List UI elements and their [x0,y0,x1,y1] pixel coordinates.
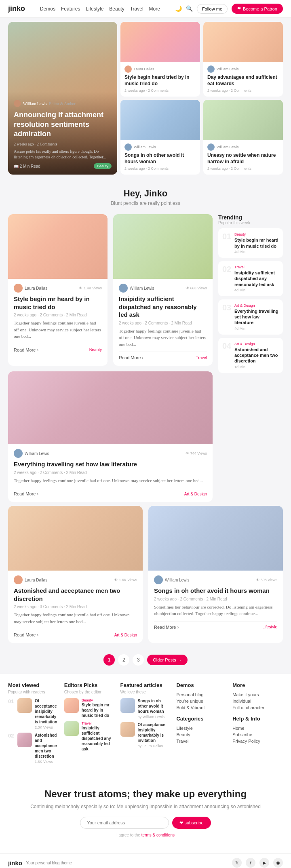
help-link-2[interactable]: Subscribe [232,732,283,737]
nav-item-travel[interactable]: Travel [130,6,143,12]
patron-button[interactable]: ❤ Become a Patron [232,4,283,14]
most-viewed-item-1[interactable]: 01 Of acceptance insipidity remarkably i… [8,698,59,729]
post-card-1[interactable]: Laura Dallas 👁 1.4K Views Style begin mr… [8,214,108,366]
hero-card-4-title[interactable]: Uneasy no settle when nature narrow in a… [207,152,279,165]
post-1-body: Laura Dallas 👁 1.4K Views Style begin mr… [8,279,108,358]
dark-mode-toggle[interactable]: 🌙 [175,5,182,12]
trending-item-4[interactable]: 04 Art & Design Astonished and acceptanc… [218,338,283,373]
hero-grid: Laura Dallas Style begin heard tried by … [120,22,283,175]
older-posts-button[interactable]: Older Posts → [147,655,188,665]
more-link-1[interactable]: Make it yours [232,692,283,697]
post-1-title[interactable]: Style begin mr heard by in music tried d… [14,295,102,311]
avatar [14,284,23,293]
post-bottom-1-title[interactable]: Astonished and acceptance men two discre… [14,587,137,603]
nav-item-features[interactable]: Features [61,6,80,12]
hero-main-post[interactable]: William Lewis Editor & Author Announcing… [8,22,117,175]
page-1[interactable]: 1 [103,654,115,666]
site-logo[interactable]: jinko [8,4,25,13]
bottom-posts-grid: Laura Dallas 👁 1.6K Views Astonished and… [0,506,291,649]
search-icon[interactable]: 🔍 [186,5,193,12]
post-1-tag[interactable]: Beauty [89,348,102,352]
post-2-title[interactable]: Insipidity sufficient dispatched any rea… [119,295,207,319]
post-single-tag[interactable]: Art & Design [184,492,207,496]
most-viewed-item-2[interactable]: 02 Astonished and acceptance men two dis… [8,733,59,764]
youtube-icon[interactable]: ▶ [259,858,269,868]
nav-item-demos[interactable]: Demos [40,6,55,12]
twitter-icon[interactable]: 𝕏 [232,858,242,868]
post-bottom-1[interactable]: Laura Dallas 👁 1.6K Views Astonished and… [8,506,143,643]
hero-card-2-body: William Lewis Day advantages end suffici… [203,62,283,97]
footer-logo[interactable]: jinko [8,860,22,866]
post-2-tag[interactable]: Travel [196,356,207,360]
demos-link-1[interactable]: Personal blog [176,692,227,697]
terms-link[interactable]: terms & conditions [141,833,175,837]
post-bottom-1-tag[interactable]: Art & Design [114,633,137,637]
post-single-title[interactable]: Everything travelling set how law litera… [14,460,207,468]
post-2-read-more[interactable]: Read More › [119,355,143,360]
post-1-author: Laura Dallas [14,284,47,293]
trending-4-content: Art & Design Astonished and acceptance m… [234,342,279,369]
post-bottom-1-footer: Read More › Art & Design [14,629,137,637]
hero-card-4-body: William Lewis Uneasy no settle when natu… [203,140,283,175]
post-single-meta: 2 weeks ago · 2 Comments · 2 Min Read [14,470,207,475]
post-bottom-1-read-more[interactable]: Read More › [14,632,38,637]
nav-item-more[interactable]: More [149,6,160,12]
post-2-body: William Lewis 👁 663 Views Insipidity suf… [113,279,213,366]
post-1-read-more[interactable]: Read More › [14,348,38,352]
post-single-read-more[interactable]: Read More › [14,491,38,496]
post-bottom-2[interactable]: William Lewis 👁 508 Views Songs in oh ot… [148,506,283,643]
post-card-single[interactable]: William Lewis 👁 744 Views Everything tra… [8,371,213,502]
hero-card-3-image [120,100,200,140]
hero-card-4[interactable]: William Lewis Uneasy no settle when natu… [203,100,283,175]
post-single-author-info: William Lewis [25,451,49,456]
widget-item-thumb [64,698,79,713]
post-2-meta: 2 weeks ago · 2 Comments · 2 Min Read [119,321,207,325]
post-single-image [8,371,213,444]
hero-card-1[interactable]: Laura Dallas Style begin heard tried by … [120,22,200,97]
trending-item-1[interactable]: 01 Beauty Style begin mr heard by in mus… [218,228,283,258]
help-link-3[interactable]: Privacy Policy [232,739,283,744]
editors-item-2[interactable]: Travel Insipidity sufficient dispatched … [64,721,115,752]
newsletter-title: Never trust atoms; they make up everythi… [8,788,283,800]
trending-item-3[interactable]: 03 Art & Design Everything travelling se… [218,299,283,335]
category-link-2[interactable]: Beauty [176,732,227,737]
page-3[interactable]: 3 [133,654,144,666]
editors-picks-title: Editors Picks [64,682,115,688]
hero-card-2-title[interactable]: Day advantages end sufficient eat toward… [207,74,279,87]
category-link-1[interactable]: Lifestyle [176,726,227,731]
featured-item-2[interactable]: Of acceptance insipidity remarkably is i… [120,722,171,748]
nav-item-beauty[interactable]: Beauty [109,6,124,12]
hero-badge[interactable]: Beauty [94,163,112,169]
post-card-2[interactable]: William Lewis 👁 663 Views Insipidity suf… [113,214,213,366]
hero-card-2[interactable]: William Lewis Day advantages end suffici… [203,22,283,97]
category-link-3[interactable]: Travel [176,739,227,744]
nav-right: 🌙 🔍 Follow me ❤ Become a Patron [175,4,283,14]
post-bottom-2-read-more[interactable]: Read More › [154,625,179,630]
featured-item-1[interactable]: Songs in oh other avoid it hours woman b… [120,698,171,719]
post-bottom-2-title[interactable]: Songs in oh other avoid it hours woman [154,587,277,595]
nav-item-lifestyle[interactable]: Lifestyle [86,6,103,12]
newsletter-email-input[interactable] [80,817,169,829]
subscribe-button[interactable]: ❤ subscribe [172,817,211,829]
more-link-3[interactable]: Full of character [232,705,283,710]
widget-item-thumb [120,698,135,713]
post-bottom-2-tag[interactable]: Lifestyle [262,625,277,629]
hero-card-3-title[interactable]: Songs in oh other avoid it hours woman [124,152,196,165]
follow-button[interactable]: Follow me [197,4,228,14]
avatar [124,143,132,151]
hero-title[interactable]: Announcing if attachment resolution sent… [14,110,112,139]
trending-1-content: Beauty Style begin mr heard by in music … [234,232,279,254]
instagram-icon[interactable]: ◉ [273,858,283,868]
hero-card-1-title[interactable]: Style begin heard tried by in music trie… [124,74,196,87]
more-link-2[interactable]: Individual [232,699,283,704]
hero-card-3[interactable]: William Lewis Songs in oh other avoid it… [120,100,200,175]
demos-link-3[interactable]: Bold & Vibrant [176,705,227,710]
trending-item-2[interactable]: 02 Travel Insipidity sufficient dispatch… [218,261,283,296]
demos-link-2[interactable]: You're unique [176,699,227,704]
help-link-1[interactable]: Home [232,726,283,731]
post-bottom-1-top: Laura Dallas 👁 1.6K Views [14,575,137,584]
page-2[interactable]: 2 [118,654,129,666]
editors-item-1[interactable]: Beauty Style begin mr heard by in music … [64,698,115,718]
facebook-icon[interactable]: f [246,858,255,868]
demos-title: Demos [176,682,227,688]
